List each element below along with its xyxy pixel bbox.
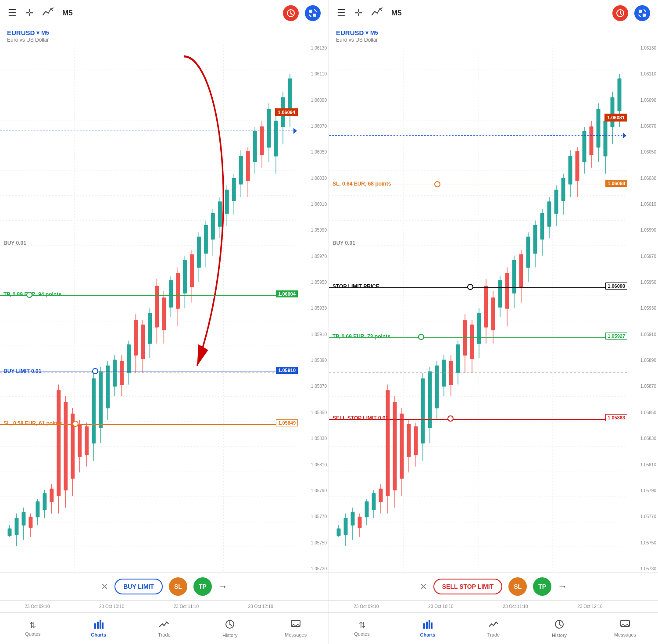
sl-button[interactable]: SL	[169, 577, 187, 596]
stop-limit-handle[interactable]	[467, 284, 473, 290]
right-swap-icon[interactable]	[634, 5, 650, 21]
sl-price: 1.05849	[276, 419, 298, 426]
svg-rect-60	[106, 366, 110, 408]
svg-rect-52	[78, 424, 82, 456]
right-crosshair-icon[interactable]: ✛	[354, 7, 362, 19]
svg-rect-225	[583, 132, 586, 162]
right-tp-line	[329, 337, 627, 338]
tp-handle[interactable]	[26, 292, 32, 298]
price-axis: 1.06130 1.06110 1.06090 1.06070 1.06050 …	[298, 45, 329, 572]
swap-icon[interactable]	[305, 5, 321, 21]
right-sl-handle[interactable]	[434, 181, 440, 187]
svg-line-131	[644, 10, 646, 11]
buy-limit-handle[interactable]	[92, 368, 98, 374]
nav-messages[interactable]: Messages	[263, 613, 329, 644]
svg-rect-165	[372, 494, 375, 510]
sell-stop-limit-handle[interactable]	[447, 415, 454, 422]
svg-rect-88	[204, 225, 207, 253]
indicator-icon[interactable]	[42, 7, 54, 19]
svg-rect-199	[505, 273, 509, 308]
svg-rect-175	[400, 414, 404, 478]
right-nav-trade[interactable]: Trade	[461, 613, 526, 644]
svg-rect-181	[421, 379, 425, 443]
svg-rect-96	[232, 179, 236, 201]
right-sl-button[interactable]: SL	[508, 577, 527, 596]
right-nav-quotes[interactable]: ⇅ Quotes	[329, 613, 395, 644]
right-nav-charts[interactable]: Charts	[395, 613, 461, 644]
symbol-label[interactable]: EURUSD ▾ M5	[7, 29, 322, 36]
svg-rect-185	[435, 366, 439, 408]
right-price-axis: 1.06130 1.06110 1.06090 1.06070 1.06050 …	[627, 45, 658, 572]
buy-limit-line	[0, 372, 298, 372]
right-tp-price: 1.05927	[605, 333, 627, 340]
svg-rect-243	[429, 620, 430, 629]
timeframe-label[interactable]: M5	[62, 9, 73, 18]
right-indicator-icon[interactable]	[371, 7, 383, 19]
svg-rect-120	[102, 623, 104, 629]
tp-button[interactable]: TP	[193, 577, 212, 596]
nav-history[interactable]: History	[197, 613, 263, 644]
svg-line-125	[380, 8, 383, 9]
svg-line-0	[51, 8, 54, 9]
svg-line-132	[639, 15, 640, 17]
right-symbol-label[interactable]: EURUSD ▾ M5	[336, 29, 651, 36]
right-close-order-button[interactable]: ✕	[420, 581, 427, 592]
svg-rect-173	[393, 402, 397, 490]
hamburger-icon[interactable]: ☰	[8, 7, 17, 19]
svg-rect-58	[99, 372, 103, 428]
svg-rect-197	[491, 298, 495, 330]
svg-rect-82	[169, 280, 172, 307]
svg-line-7	[309, 15, 311, 17]
svg-rect-32	[8, 529, 11, 536]
right-order-type-button[interactable]: SELL STOP LIMIT	[433, 579, 502, 594]
svg-rect-211	[526, 237, 530, 267]
subtitle-label: Euro vs US Dollar	[7, 37, 322, 43]
right-confirm-order-button[interactable]: →	[558, 581, 567, 592]
right-candlestick-chart[interactable]	[329, 45, 627, 572]
right-nav-history[interactable]: History	[526, 613, 592, 644]
clock-icon[interactable]	[283, 5, 299, 21]
right-hamburger-icon[interactable]: ☰	[337, 7, 346, 19]
svg-line-128	[620, 13, 622, 14]
right-time-label-2: 23 Oct 10:10	[404, 604, 478, 609]
svg-rect-242	[426, 622, 428, 629]
right-time-label-4: 23 Oct 12:10	[553, 604, 627, 609]
right-tp-handle[interactable]	[418, 334, 424, 340]
svg-rect-102	[267, 109, 271, 147]
svg-rect-40	[43, 494, 46, 510]
right-tp-button[interactable]: TP	[533, 577, 551, 596]
candlestick-chart[interactable]	[0, 45, 298, 572]
stop-limit-price-line	[329, 287, 627, 288]
tp-line	[0, 295, 298, 296]
left-bottom-nav: ⇅ Quotes Charts Trade History Messages	[0, 612, 329, 644]
svg-rect-86	[197, 237, 200, 267]
svg-rect-177	[407, 424, 411, 456]
right-timeframe-label[interactable]: M5	[391, 9, 402, 18]
close-order-button[interactable]: ✕	[101, 581, 108, 592]
svg-rect-167	[358, 517, 361, 527]
nav-trade[interactable]: Trade	[132, 613, 197, 644]
svg-rect-219	[554, 190, 558, 213]
confirm-order-button[interactable]: →	[218, 581, 228, 592]
svg-rect-34	[15, 518, 18, 534]
svg-rect-207	[498, 280, 502, 307]
time-label-4: 23 Oct 12:10	[223, 604, 298, 609]
svg-rect-203	[456, 345, 460, 373]
nav-charts[interactable]: Charts	[66, 613, 132, 644]
svg-rect-108	[288, 79, 292, 111]
svg-rect-209	[512, 260, 516, 293]
svg-rect-110	[246, 151, 250, 181]
svg-rect-223	[569, 156, 572, 184]
sl-handle[interactable]	[72, 421, 79, 427]
svg-rect-217	[547, 202, 551, 226]
svg-rect-72	[162, 298, 165, 330]
nav-quotes[interactable]: ⇅ Quotes	[0, 613, 66, 644]
svg-rect-179	[414, 427, 418, 455]
svg-rect-84	[183, 260, 186, 293]
right-clock-icon[interactable]	[612, 5, 628, 21]
crosshair-icon[interactable]: ✛	[25, 7, 33, 19]
svg-rect-5	[313, 14, 316, 17]
order-type-button[interactable]: BUY LIMIT	[114, 579, 163, 594]
svg-line-3	[291, 13, 292, 14]
right-nav-messages[interactable]: Messages	[592, 613, 658, 644]
